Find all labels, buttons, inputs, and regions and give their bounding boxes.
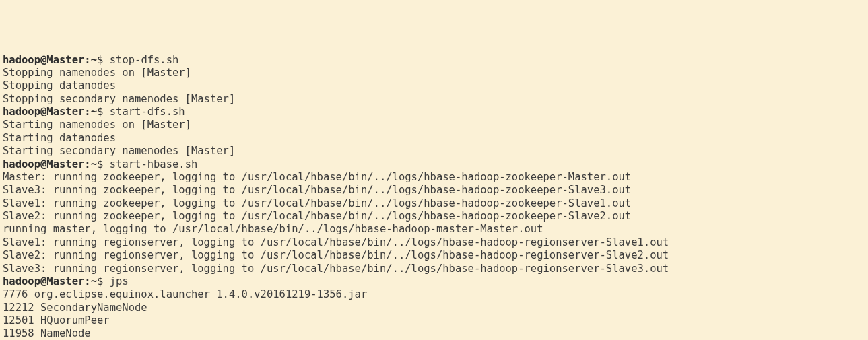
- output-line: Slave2: running regionserver, logging to…: [3, 249, 865, 262]
- prompt-line: hadoop@Master:~$ start-hbase.sh: [3, 158, 865, 171]
- output-line: running master, logging to /usr/local/hb…: [3, 223, 865, 236]
- output-line: Starting secondary namenodes [Master]: [3, 145, 865, 158]
- output-line: Stopping namenodes on [Master]: [3, 67, 865, 79]
- output-line: Stopping datanodes: [3, 79, 865, 92]
- output-line: Slave3: running zookeeper, logging to /u…: [3, 184, 865, 197]
- prompt-host: Master: [46, 54, 84, 66]
- output-line: Slave3: running regionserver, logging to…: [3, 263, 865, 275]
- prompt-line: hadoop@Master:~$ start-dfs.sh: [3, 106, 865, 118]
- prompt-line: hadoop@Master:~$ jps: [3, 275, 865, 288]
- prompt-line: hadoop@Master:~$ stop-dfs.sh: [3, 54, 865, 67]
- output-line: Stopping secondary namenodes [Master]: [3, 93, 865, 106]
- output-line: 11958 NameNode: [3, 327, 865, 340]
- terminal-output[interactable]: hadoop@Master:~$ stop-dfs.shStopping nam…: [3, 54, 865, 341]
- output-line: 12501 HQuorumPeer: [3, 314, 865, 327]
- output-line: Master: running zookeeper, logging to /u…: [3, 171, 865, 184]
- output-line: 7776 org.eclipse.equinox.launcher_1.4.0.…: [3, 288, 865, 301]
- output-line: Slave1: running regionserver, logging to…: [3, 236, 865, 249]
- output-line: 12212 SecondaryNameNode: [3, 302, 865, 314]
- prompt-user: hadoop: [3, 54, 40, 66]
- output-line: Starting namenodes on [Master]: [3, 118, 865, 131]
- command-text: stop-dfs.sh: [110, 54, 179, 66]
- output-line: Slave2: running zookeeper, logging to /u…: [3, 210, 865, 223]
- command-text: jps: [110, 275, 129, 287]
- output-line: Starting datanodes: [3, 132, 865, 145]
- command-text: start-dfs.sh: [110, 106, 185, 118]
- prompt-path: ~: [91, 54, 97, 66]
- command-text: start-hbase.sh: [110, 158, 198, 170]
- output-line: Slave1: running zookeeper, logging to /u…: [3, 197, 865, 210]
